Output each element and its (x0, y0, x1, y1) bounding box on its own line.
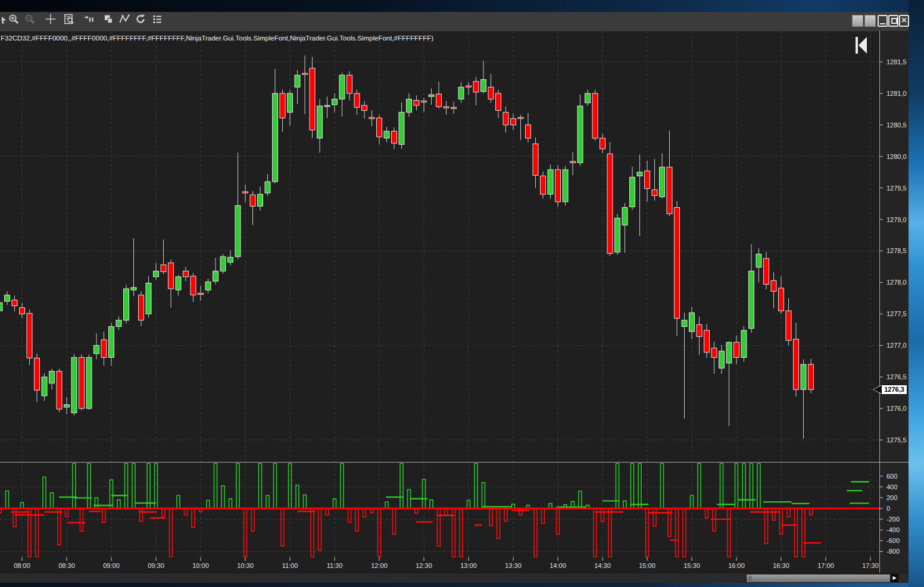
candle-body (511, 118, 516, 125)
go-to-end-icon[interactable] (855, 37, 868, 54)
candle-body (436, 94, 442, 107)
candle-body (429, 95, 434, 96)
delta-bar (304, 495, 307, 508)
delta-bar (0, 508, 1, 513)
delta-bar (661, 464, 664, 509)
data-series-icon[interactable] (151, 13, 167, 29)
time-tick-label: 10:30 (232, 562, 258, 569)
delta-bar (787, 508, 790, 517)
delta-bar (772, 508, 775, 520)
minimize-button[interactable] (878, 15, 888, 27)
time-tick-label: 08:00 (9, 562, 35, 569)
candle-body (592, 93, 598, 138)
delta-bar (393, 508, 396, 534)
time-tick-label: 10:00 (188, 562, 214, 569)
zoom-out-icon[interactable] (24, 13, 39, 29)
reload-icon[interactable] (135, 13, 150, 29)
drawing-tools-icon[interactable] (118, 13, 134, 29)
price-tick-label: 1276,0 (886, 404, 907, 413)
candle-body (362, 105, 367, 110)
price-tick-label: 1280,5 (886, 121, 907, 129)
candle-body (377, 118, 382, 137)
delta-bar (616, 464, 619, 509)
delta-bar (266, 495, 269, 508)
time-tick-label: 11:00 (277, 562, 303, 569)
candle-body (124, 289, 129, 320)
delta-bar (21, 502, 24, 508)
delta-bar (735, 464, 738, 509)
chart-canvas[interactable] (0, 0, 924, 587)
candle-body (191, 276, 196, 295)
candle-body (779, 288, 784, 311)
candle-body (689, 313, 695, 332)
delta-bars (0, 464, 869, 557)
candle-body (808, 364, 814, 389)
delta-bar (170, 508, 173, 557)
restore-icon (891, 18, 897, 24)
titlebar-button-1-button[interactable] (852, 15, 863, 27)
delta-bar (370, 508, 373, 513)
delta-bar (326, 508, 329, 515)
candle-body (794, 339, 799, 390)
chart-inspector-icon[interactable] (63, 13, 79, 29)
panel-separator[interactable] (0, 462, 909, 463)
delta-tick-label: 400 (886, 483, 897, 491)
scrollbar-right-arrow[interactable]: ▶ (891, 574, 898, 582)
price-tick-label: 1281,5 (886, 58, 907, 66)
close-button[interactable]: ✕ (899, 15, 909, 27)
price-axis-strip[interactable] (879, 31, 909, 573)
candle-body (101, 340, 107, 358)
delta-bar (415, 508, 418, 513)
delta-bar (631, 464, 634, 509)
candle-body (94, 345, 99, 354)
delta-bar (185, 508, 188, 515)
scrollbar-grip (749, 576, 750, 580)
delta-bar (125, 464, 128, 509)
bar-period-icon[interactable] (83, 13, 98, 29)
delta-bar (572, 501, 575, 508)
axis-border-line (879, 31, 880, 573)
delta-bar (192, 508, 195, 527)
delta-bar (162, 508, 165, 518)
titlebar-button-2-button[interactable] (864, 15, 876, 27)
candle-body (496, 93, 501, 111)
candle-body (139, 295, 144, 320)
candle-body (764, 258, 769, 284)
minimize-icon (880, 23, 885, 25)
delta-bar (594, 508, 597, 557)
candle-body (213, 271, 218, 281)
pointer-icon-clipped[interactable] (0, 13, 10, 29)
delta-bar (519, 508, 522, 515)
restore-button[interactable] (888, 15, 898, 27)
windows-cascade-icon[interactable] (102, 13, 118, 29)
crosshair-icon[interactable] (45, 13, 60, 29)
candle-body (369, 117, 374, 118)
price-tick-label: 1278,0 (886, 278, 907, 286)
candle-body (49, 371, 55, 383)
delta-bar (355, 508, 358, 531)
price-tick-label: 1279,5 (886, 184, 907, 192)
delta-bar (623, 501, 626, 508)
delta-bar (438, 508, 441, 546)
candle-body (243, 192, 248, 193)
candle-body (176, 277, 181, 290)
horizontal-scrollbar[interactable]: ▶ (0, 573, 909, 583)
candle-body (660, 167, 665, 197)
candle-body (749, 271, 754, 328)
price-tick-label: 1279,0 (886, 216, 907, 224)
candle-body (154, 271, 159, 277)
indicator-config-text: F32CD32,#FFFF0000,,#FFFF0000,#FFFFFFFF,#… (1, 35, 433, 42)
delta-bar (579, 491, 582, 508)
candle-body (12, 300, 17, 306)
delta-bar (504, 508, 507, 522)
candle-body (570, 161, 576, 163)
delta-bar (452, 508, 455, 557)
delta-bar (608, 508, 611, 557)
scrollbar-thumb[interactable] (746, 574, 891, 583)
candle-body (109, 326, 114, 357)
candle-body (339, 75, 345, 99)
delta-bar (497, 508, 500, 539)
candle-body (414, 101, 419, 105)
candle-body (146, 283, 151, 314)
delta-bar (467, 500, 470, 508)
